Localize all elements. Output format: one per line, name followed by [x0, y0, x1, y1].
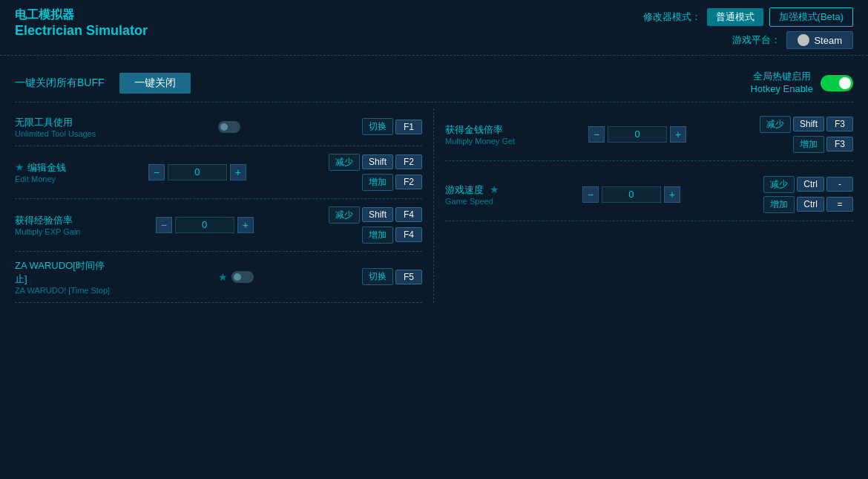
edit-money-keys: 减少 Shift F2 增加 F2	[329, 154, 422, 191]
edit-money-dec-mod[interactable]: Shift	[362, 154, 393, 169]
game-speed-label: 游戏速度 ★ Game Speed	[445, 183, 499, 206]
game-speed-star: ★	[490, 183, 499, 195]
steam-label: Steam	[814, 35, 842, 46]
buff-label: 一键关闭所有BUFF	[15, 76, 105, 90]
btn-enhanced-mode[interactable]: 加强模式(Beta)	[769, 7, 853, 27]
game-speed-dec-keyrow: 减少 Ctrl -	[763, 176, 853, 193]
multiply-money-inc-label[interactable]: 增加	[793, 136, 824, 153]
multiply-exp-control: − +	[156, 217, 254, 233]
multiply-money-inc[interactable]: +	[670, 126, 686, 143]
multiply-exp-keys: 减少 Shift F4 增加 F4	[329, 206, 422, 244]
game-speed-keys: 减少 Ctrl - 增加 Ctrl =	[763, 176, 853, 213]
edit-money-cn: ★ 编辑金钱	[15, 161, 66, 175]
edit-money-star: ★	[15, 161, 24, 173]
za-warudo-hotkey-label[interactable]: 切换	[362, 268, 393, 285]
game-speed-inc-mod[interactable]: Ctrl	[797, 197, 824, 212]
header-left: 电工模拟器 Electrician Simulator	[15, 7, 148, 39]
unlimited-tool-keyrow: 切换 F1	[362, 118, 422, 135]
unlimited-tool-hotkey[interactable]: F1	[395, 120, 422, 134]
main-grid: 无限工具使用 Unlimited Tool Usages 切换 F1	[15, 108, 853, 303]
multiply-money-dec-label[interactable]: 减少	[760, 116, 791, 133]
multiply-exp-dec-keyrow: 减少 Shift F4	[329, 206, 422, 224]
multiply-exp-inc-label[interactable]: 增加	[362, 227, 393, 244]
spacer	[445, 161, 853, 169]
za-warudo-hotkey[interactable]: F5	[395, 270, 422, 284]
unlimited-tool-label: 无限工具使用 Unlimited Tool Usages	[15, 116, 96, 138]
feature-unlimited-tool: 无限工具使用 Unlimited Tool Usages 切换 F1	[15, 108, 422, 146]
unlimited-tool-cn: 无限工具使用	[15, 116, 96, 129]
multiply-exp-dec-mod[interactable]: Shift	[362, 207, 393, 222]
multiply-money-dec-mod[interactable]: Shift	[793, 117, 824, 131]
multiply-exp-inc[interactable]: +	[237, 217, 254, 233]
unlimited-tool-en: Unlimited Tool Usages	[15, 129, 96, 138]
multiply-exp-dec-key[interactable]: F4	[395, 207, 422, 222]
feature-za-warudo: ZA WARUDO[时间停止] ZA WARUDO! [Time Stop] ★…	[15, 252, 422, 303]
platform-label: 游戏平台：	[732, 33, 780, 47]
edit-money-inc[interactable]: +	[230, 164, 246, 180]
multiply-money-dec[interactable]: −	[588, 126, 605, 143]
game-speed-dec[interactable]: −	[582, 186, 599, 203]
edit-money-label: ★ 编辑金钱 Edit Money	[15, 161, 66, 183]
game-speed-dec-label[interactable]: 减少	[763, 176, 795, 193]
multiply-exp-en: Multiply EXP Gain	[15, 227, 80, 236]
multiply-exp-inc-key[interactable]: F4	[395, 227, 422, 242]
game-speed-inc-key[interactable]: =	[826, 197, 853, 212]
unlimited-tool-hotkey-label[interactable]: 切换	[362, 118, 393, 135]
edit-money-dec-label[interactable]: 减少	[329, 154, 360, 171]
game-speed-dec-key[interactable]: -	[826, 177, 853, 192]
game-speed-inc[interactable]: +	[664, 186, 680, 203]
multiply-money-input[interactable]	[608, 126, 667, 143]
za-warudo-star: ★	[218, 271, 228, 283]
game-speed-dec-mod[interactable]: Ctrl	[797, 177, 824, 192]
left-panel: 无限工具使用 Unlimited Tool Usages 切换 F1	[15, 108, 434, 303]
feature-multiply-money: 获得金钱倍率 Multiply Money Get − + 减少 Shift F…	[445, 108, 853, 161]
za-warudo-keyrow: 切换 F5	[362, 268, 422, 285]
multiply-exp-dec-label[interactable]: 减少	[329, 206, 360, 224]
edit-money-dec-keyrow: 减少 Shift F2	[329, 154, 422, 171]
title-cn: 电工模拟器	[15, 7, 148, 23]
buff-row: 一键关闭所有BUFF 一键关闭 全局热键启用 Hotkey Enable	[15, 65, 853, 102]
feature-multiply-exp: 获得经验倍率 Multiply EXP Gain − + 减少 Shift F4…	[15, 199, 422, 252]
edit-money-inc-key[interactable]: F2	[395, 175, 422, 189]
multiply-money-cn: 获得金钱倍率	[445, 123, 515, 137]
edit-money-inc-keyrow: 增加 F2	[362, 174, 422, 191]
za-warudo-keys: 切换 F5	[362, 268, 422, 285]
platform-row: 游戏平台： Steam	[732, 31, 853, 49]
game-speed-inc-label[interactable]: 增加	[763, 196, 795, 213]
multiply-money-inc-keyrow: 增加 F3	[793, 136, 853, 153]
feature-game-speed: 游戏速度 ★ Game Speed − + 减少 Ctrl -	[445, 169, 853, 221]
right-panel: 获得金钱倍率 Multiply Money Get − + 减少 Shift F…	[434, 108, 853, 303]
za-warudo-cn1: ZA WARUDO[时间停止]	[15, 259, 110, 286]
edit-money-dec-key[interactable]: F2	[395, 154, 422, 169]
edit-money-control: − +	[148, 164, 246, 180]
hotkey-group: 全局热键启用 Hotkey Enable	[750, 71, 853, 96]
multiply-money-inc-key[interactable]: F3	[826, 137, 853, 151]
multiply-exp-input[interactable]	[175, 217, 234, 233]
content: 一键关闭所有BUFF 一键关闭 全局热键启用 Hotkey Enable 无限工…	[0, 56, 868, 312]
multiply-money-control: − +	[588, 126, 686, 143]
multiply-exp-dec[interactable]: −	[156, 217, 172, 233]
multiply-exp-inc-keyrow: 增加 F4	[362, 227, 422, 244]
unlimited-tool-keys: 切换 F1	[362, 118, 422, 135]
multiply-exp-cn: 获得经验倍率	[15, 214, 80, 227]
za-warudo-controls: ★	[218, 271, 254, 283]
edit-money-dec[interactable]: −	[148, 164, 165, 180]
btn-close-buff[interactable]: 一键关闭	[119, 73, 191, 94]
multiply-money-dec-key[interactable]: F3	[826, 117, 853, 131]
edit-money-en: Edit Money	[15, 175, 66, 183]
hotkey-toggle[interactable]	[821, 75, 853, 91]
multiply-exp-label: 获得经验倍率 Multiply EXP Gain	[15, 214, 80, 236]
mode-label: 修改器模式：	[643, 10, 701, 24]
game-speed-en: Game Speed	[445, 197, 499, 206]
unlimited-tool-toggle[interactable]	[218, 121, 240, 133]
btn-steam[interactable]: Steam	[786, 31, 853, 49]
game-speed-input[interactable]	[602, 186, 661, 203]
multiply-money-keys: 减少 Shift F3 增加 F3	[760, 116, 853, 153]
multiply-money-en: Multiply Money Get	[445, 137, 515, 146]
za-warudo-toggle[interactable]	[231, 271, 254, 283]
btn-normal-mode[interactable]: 普通模式	[707, 8, 763, 26]
edit-money-inc-label[interactable]: 增加	[362, 174, 393, 191]
game-speed-inc-keyrow: 增加 Ctrl =	[763, 196, 853, 213]
edit-money-input[interactable]	[168, 164, 227, 180]
header: 电工模拟器 Electrician Simulator 修改器模式： 普通模式 …	[0, 0, 868, 56]
